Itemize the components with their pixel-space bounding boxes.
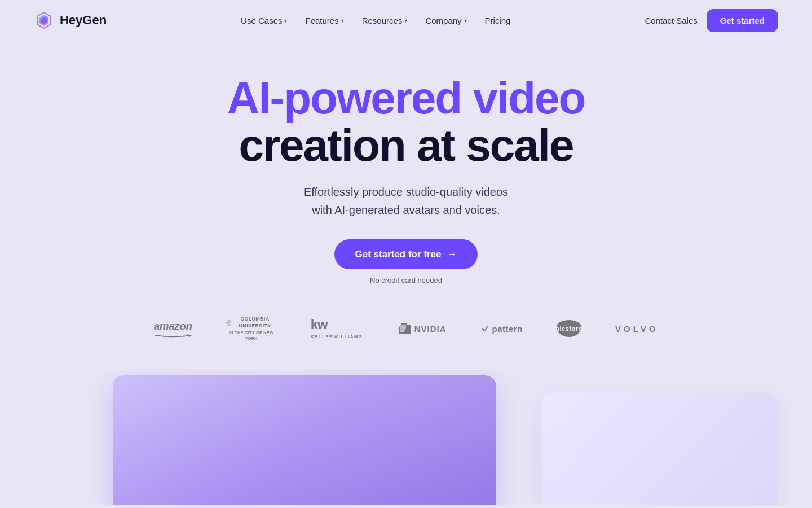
nav-right: Contact Sales Get started [645,9,778,32]
hero-section: AI-powered video creation at scale Effor… [0,41,812,284]
hero-cta-wrapper: Get started for free → No credit card ne… [334,239,477,284]
nvidia-logo: nvidia [399,323,447,334]
nav-item-resources[interactable]: Resources ▾ [354,11,416,30]
cta-get-started-button[interactable]: Get started for free → [334,239,477,269]
video-preview-section [0,370,812,505]
chevron-down-icon: ▾ [284,17,287,24]
pattern-logo: pattern [480,324,523,334]
chevron-down-icon: ▾ [404,17,407,24]
nav-item-use-cases[interactable]: Use Cases ▾ [233,11,295,30]
keller-williams-logo: kw KELLERWILLIAMS. [311,318,365,339]
hero-title-line2: creation at scale [239,120,573,170]
contact-sales-link[interactable]: Contact Sales [645,16,697,25]
hero-title-line1: AI-powered video [227,73,585,123]
amazon-logo: amazon [154,320,192,338]
volvo-logo: VOLVO [615,324,658,334]
nav-links: Use Cases ▾ Features ▾ Resources ▾ Compa… [233,11,518,30]
video-preview-card-right [541,392,778,505]
get-started-button[interactable]: Get started [707,9,778,32]
salesforce-logo: salesforce [557,320,581,337]
arrow-icon: → [447,248,457,260]
video-preview-card-left [113,375,496,505]
partner-logos: amazon COLUMBIA UNIVERSITY IN THE CITY O… [0,316,812,341]
nav-item-company[interactable]: Company ▾ [417,11,474,30]
hero-subtitle: Effortlessly produce studio-quality vide… [304,183,508,219]
hero-title: AI-powered video creation at scale [227,75,585,169]
heygen-logo-icon [34,10,54,30]
no-credit-card-label: No credit card needed [370,276,442,284]
chevron-down-icon: ▾ [464,17,467,24]
nav-item-pricing[interactable]: Pricing [477,11,519,30]
nav-item-features[interactable]: Features ▾ [297,11,351,30]
columbia-logo: COLUMBIA UNIVERSITY IN THE CITY OF NEW Y… [226,316,277,341]
logo-text: HeyGen [60,13,107,28]
main-nav: HeyGen Use Cases ▾ Features ▾ Resources … [0,0,812,41]
chevron-down-icon: ▾ [341,17,344,24]
logo-link[interactable]: HeyGen [34,10,107,30]
